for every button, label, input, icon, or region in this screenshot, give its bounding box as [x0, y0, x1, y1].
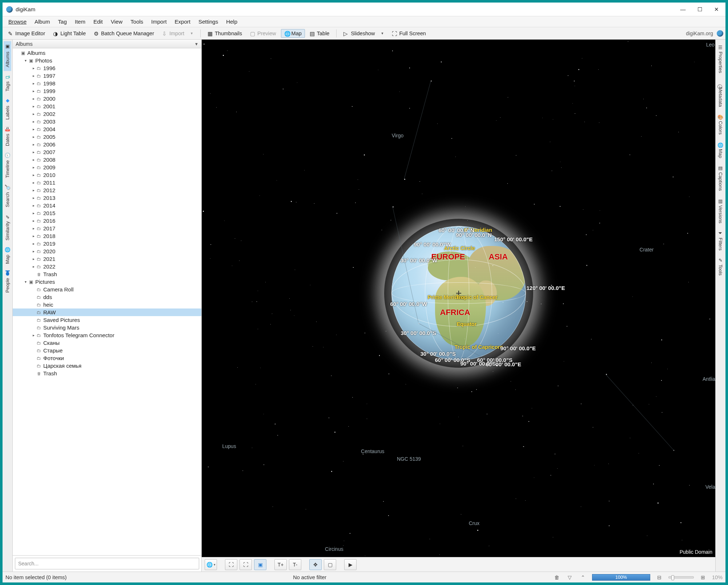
- tree-row[interactable]: ▸2013: [13, 194, 201, 202]
- tree-row[interactable]: ▸2005: [13, 133, 201, 141]
- tree-row[interactable]: ▾Pictures: [13, 278, 201, 286]
- right-tab-properties[interactable]: ☰Properties: [717, 41, 724, 77]
- map-provider-button[interactable]: 🌐: [205, 559, 217, 570]
- tree-row[interactable]: ▸2017: [13, 225, 201, 232]
- tree-row[interactable]: ▸2007: [13, 148, 201, 156]
- tree-row[interactable]: Фоточки: [13, 354, 201, 362]
- tree-row[interactable]: Saved Pictures: [13, 316, 201, 324]
- tree-row[interactable]: ▸1999: [13, 87, 201, 95]
- zoom-in-icon[interactable]: ⊞: [699, 574, 707, 581]
- expander-icon[interactable]: ▸: [31, 112, 36, 116]
- tree-row[interactable]: heic: [13, 301, 201, 308]
- brand-link[interactable]: digiKam.org: [686, 31, 713, 36]
- zoom-region-button[interactable]: ⛶: [240, 559, 252, 570]
- menu-edit[interactable]: Edit: [90, 17, 106, 26]
- close-button[interactable]: ✕: [708, 4, 725, 15]
- expander-icon[interactable]: ▸: [31, 135, 36, 139]
- batch-queue-button[interactable]: ⚙Batch Queue Manager: [91, 29, 157, 38]
- tree-row[interactable]: Сканы: [13, 339, 201, 347]
- zoom-slider-main[interactable]: 100%: [592, 574, 650, 581]
- left-tab-people[interactable]: People👤: [4, 267, 11, 296]
- menu-export[interactable]: Export: [171, 17, 194, 26]
- tree-row[interactable]: ▸2010: [13, 171, 201, 179]
- expander-icon[interactable]: ▸: [31, 104, 36, 108]
- tree-row[interactable]: ▸2003: [13, 118, 201, 125]
- sidebar-search-input[interactable]: Search...: [15, 558, 199, 569]
- menu-tools[interactable]: Tools: [127, 17, 147, 26]
- expander-icon[interactable]: ▸: [31, 203, 36, 207]
- map-button[interactable]: 🌐Map: [281, 29, 305, 38]
- tree-row[interactable]: Albums: [13, 49, 201, 57]
- text-smaller-button[interactable]: T-: [289, 559, 301, 570]
- tree-row[interactable]: ▸2001: [13, 102, 201, 110]
- pan-mode-button[interactable]: ✥: [309, 559, 322, 570]
- thumbnails-button[interactable]: ▦Thumbnails: [204, 29, 245, 38]
- tree-row[interactable]: ▸2009: [13, 164, 201, 171]
- expander-icon[interactable]: ▸: [31, 242, 36, 246]
- table-button[interactable]: ▤Table: [306, 29, 333, 38]
- tree-row[interactable]: RAW: [13, 308, 201, 316]
- tree-row[interactable]: ▸2021: [13, 255, 201, 263]
- left-tab-albums[interactable]: Albums▣: [4, 41, 11, 71]
- tree-row[interactable]: ▾Photos: [13, 57, 201, 64]
- expander-icon[interactable]: ▸: [31, 150, 36, 154]
- expander-icon[interactable]: ▸: [31, 97, 36, 101]
- expander-icon[interactable]: ▸: [31, 234, 36, 238]
- tree-row[interactable]: ▸2019: [13, 240, 201, 247]
- right-tab-tools[interactable]: ✎Tools: [717, 254, 724, 279]
- expander-icon[interactable]: ▸: [31, 173, 36, 177]
- tree-row[interactable]: ▸1996: [13, 64, 201, 72]
- tree-row[interactable]: ▸2012: [13, 186, 201, 194]
- tree-row[interactable]: Trash: [13, 270, 201, 278]
- right-tab-map[interactable]: 🌐Map: [717, 138, 724, 162]
- expander-icon[interactable]: ▾: [23, 58, 28, 62]
- tree-row[interactable]: ▸2022: [13, 263, 201, 270]
- expander-icon[interactable]: ▸: [31, 120, 36, 124]
- menu-browse[interactable]: Browse: [5, 17, 30, 26]
- menu-settings[interactable]: Settings: [195, 17, 222, 26]
- tree-row[interactable]: ▸1997: [13, 72, 201, 80]
- expander-icon[interactable]: ▸: [31, 181, 36, 185]
- right-tab-filters[interactable]: ⏷Filters: [717, 227, 724, 254]
- tree-row[interactable]: Царская семья: [13, 362, 201, 370]
- menu-album[interactable]: Album: [31, 17, 54, 26]
- left-tab-labels[interactable]: Labels◆: [4, 95, 11, 123]
- slideshow-button[interactable]: ▷Slideshow ▼: [340, 29, 387, 38]
- expander-icon[interactable]: ▸: [31, 333, 36, 337]
- tree-row[interactable]: ▸2000: [13, 95, 201, 102]
- menu-tag[interactable]: Tag: [55, 17, 71, 26]
- expander-icon[interactable]: ▸: [31, 127, 36, 131]
- show-images-button[interactable]: ▣: [254, 559, 266, 570]
- tree-row[interactable]: ▸2018: [13, 232, 201, 240]
- expander-icon[interactable]: ▸: [31, 219, 36, 223]
- expander-icon[interactable]: ▸: [31, 81, 36, 85]
- expander-icon[interactable]: ▸: [31, 142, 36, 146]
- tree-row[interactable]: ▸2014: [13, 202, 201, 209]
- tree-row[interactable]: ▸2008: [13, 156, 201, 164]
- image-editor-button[interactable]: ✎Image Editor: [5, 29, 48, 38]
- tree-row[interactable]: ▸Tonfotos Telegram Connector: [13, 331, 201, 339]
- zoom-out-icon[interactable]: ⊟: [655, 574, 663, 581]
- tree-row[interactable]: ▸2020: [13, 247, 201, 255]
- tree-row[interactable]: Старые: [13, 347, 201, 354]
- expander-icon[interactable]: ▸: [31, 188, 36, 192]
- menu-import[interactable]: Import: [148, 17, 170, 26]
- thumb-size-slider[interactable]: [668, 576, 694, 578]
- expander-icon[interactable]: ▸: [31, 211, 36, 215]
- menu-view[interactable]: View: [107, 17, 126, 26]
- expander-icon[interactable]: ▸: [31, 265, 36, 269]
- preview-button[interactable]: ▢Preview: [247, 29, 279, 38]
- tree-row[interactable]: ▸1998: [13, 80, 201, 87]
- expander-icon[interactable]: ▸: [31, 165, 36, 169]
- expander-icon[interactable]: ▸: [31, 89, 36, 93]
- trash-icon[interactable]: 🗑: [553, 574, 561, 581]
- light-table-button[interactable]: ◑Light Table: [50, 29, 89, 38]
- left-tab-tags[interactable]: Tags🏷: [4, 71, 11, 95]
- tree-row[interactable]: ▸2011: [13, 179, 201, 186]
- tree-row[interactable]: ▸2015: [13, 209, 201, 217]
- right-tab-captions[interactable]: ▤Captions: [717, 162, 724, 194]
- expander-icon[interactable]: ▸: [31, 249, 36, 253]
- tree-row[interactable]: ▸2016: [13, 217, 201, 225]
- menu-help[interactable]: Help: [222, 17, 241, 26]
- right-tab-colors[interactable]: 🎨Colors: [717, 110, 724, 138]
